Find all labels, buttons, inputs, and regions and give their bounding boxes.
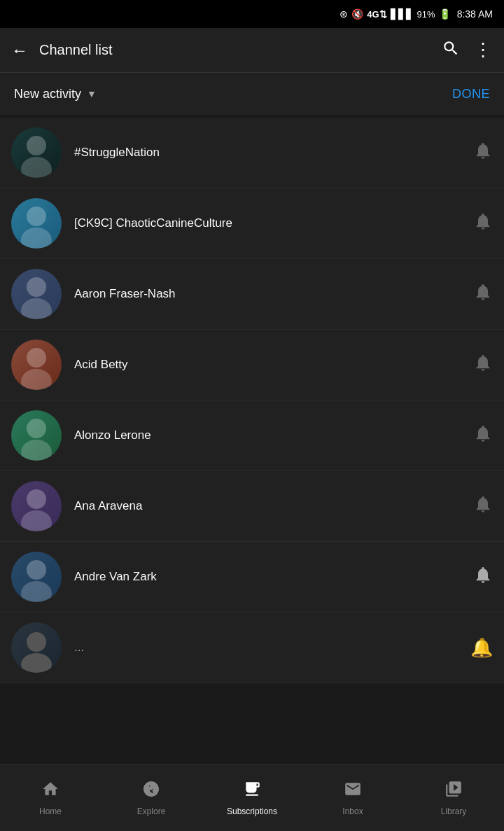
home-icon [41, 780, 59, 803]
channel-name: Ana Aravena [74, 499, 465, 513]
channel-name: Alonzo Lerone [74, 428, 465, 442]
avatar-partial [11, 622, 62, 673]
channel-name: #StruggleNation [74, 146, 465, 160]
battery-percent: 91% [417, 9, 435, 20]
avatar [11, 127, 62, 178]
bell-icon[interactable] [473, 211, 493, 236]
list-item[interactable]: Ana Aravena [0, 471, 504, 542]
svg-point-3 [21, 228, 52, 249]
subscriptions-icon [243, 780, 261, 803]
bluetooth-icon: ⊛ [340, 8, 348, 20]
svg-point-15 [21, 653, 52, 673]
status-bar: ⊛ 🔇 4G⇅ ▋▋▋ 91% 🔋 8:38 AM [0, 0, 504, 28]
bell-icon[interactable] [473, 565, 493, 589]
channel-name: Andre Van Zark [74, 570, 465, 584]
nav-label-inbox: Inbox [342, 806, 363, 816]
svg-point-13 [21, 581, 52, 602]
app-bar: ← Channel list ⋮ [0, 28, 504, 73]
svg-point-4 [27, 277, 46, 297]
library-icon [444, 780, 463, 803]
list-item[interactable]: #StruggleNation [0, 118, 504, 188]
filter-row: New activity ▼ DONE [0, 73, 504, 115]
bell-icon[interactable] [473, 282, 493, 307]
back-button[interactable]: ← [11, 41, 28, 60]
explore-icon [142, 780, 160, 803]
svg-point-0 [27, 136, 46, 155]
app-bar-actions: ⋮ [442, 39, 493, 62]
chevron-down-icon: ▼ [87, 88, 97, 99]
done-button[interactable]: DONE [452, 87, 490, 102]
svg-point-11 [21, 510, 52, 531]
svg-point-6 [27, 348, 46, 368]
avatar [11, 410, 62, 461]
channel-name: Acid Betty [74, 358, 465, 372]
mute-icon: 🔇 [351, 8, 363, 20]
avatar [11, 340, 62, 390]
partial-channel-item: ... 🔔 [0, 613, 504, 683]
svg-point-5 [21, 298, 52, 319]
nav-label-home: Home [39, 806, 62, 816]
bell-icon[interactable] [473, 353, 493, 377]
filter-label: New activity [14, 87, 81, 102]
list-item[interactable]: Acid Betty [0, 330, 504, 400]
list-item[interactable]: [CK9C] ChaoticCanineCulture [0, 188, 504, 259]
bottom-nav: Home Explore Subscriptions Inbox [0, 764, 504, 831]
nav-item-inbox[interactable]: Inbox [302, 773, 403, 823]
nav-label-explore: Explore [137, 806, 166, 816]
nav-item-library[interactable]: Library [403, 773, 504, 823]
more-options-button[interactable]: ⋮ [474, 39, 493, 61]
lte-icon: 4G⇅ [367, 9, 386, 20]
svg-point-2 [27, 207, 46, 226]
svg-point-7 [21, 369, 52, 390]
search-button[interactable] [442, 39, 460, 62]
channel-name: Aaron Fraser-Nash [74, 287, 465, 301]
channel-name-partial: ... [74, 641, 462, 655]
nav-item-home[interactable]: Home [0, 773, 101, 823]
filter-dropdown[interactable]: New activity ▼ [14, 87, 97, 102]
svg-point-12 [27, 560, 46, 580]
battery-icon: 🔋 [439, 8, 451, 20]
nav-label-library: Library [441, 806, 467, 816]
bell-icon[interactable] [473, 494, 493, 519]
list-item[interactable]: Andre Van Zark [0, 542, 504, 613]
svg-point-9 [21, 440, 52, 461]
bell-icon-partial[interactable]: 🔔 [470, 637, 493, 659]
channel-list: #StruggleNation [CK9C] ChaoticCanineCult… [0, 118, 504, 613]
bell-icon[interactable] [473, 141, 493, 165]
avatar [11, 198, 62, 249]
svg-point-8 [27, 419, 46, 438]
avatar [11, 552, 62, 602]
avatar [11, 481, 62, 531]
nav-label-subscriptions: Subscriptions [227, 806, 277, 816]
svg-point-14 [27, 632, 46, 652]
nav-item-explore[interactable]: Explore [101, 773, 202, 823]
channel-name: [CK9C] ChaoticCanineCulture [74, 216, 465, 230]
svg-point-10 [27, 489, 46, 509]
time-display: 8:38 AM [457, 8, 493, 20]
svg-point-1 [21, 157, 52, 178]
list-item[interactable]: Aaron Fraser-Nash [0, 259, 504, 330]
list-item-partial[interactable]: ... 🔔 [0, 613, 504, 683]
signal-bars-icon: ▋▋▋ [391, 8, 414, 20]
bell-icon[interactable] [473, 424, 493, 448]
page-title: Channel list [39, 42, 442, 58]
avatar [11, 269, 62, 319]
nav-item-subscriptions[interactable]: Subscriptions [202, 773, 302, 823]
inbox-icon [344, 780, 362, 803]
list-item[interactable]: Alonzo Lerone [0, 400, 504, 471]
